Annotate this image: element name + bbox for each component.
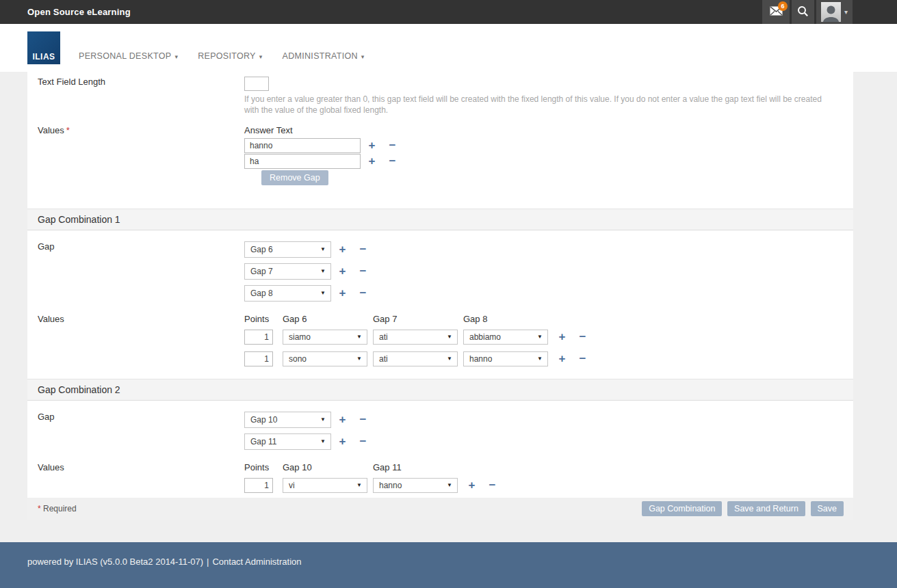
nav-item-administration[interactable]: ADMINISTRATION▾ bbox=[283, 51, 365, 72]
points-header: Points bbox=[244, 462, 283, 472]
mail-button[interactable]: 6 bbox=[762, 0, 790, 24]
select-arrow-icon: ▼ bbox=[537, 356, 543, 362]
add-gap-icon[interactable]: + bbox=[338, 436, 347, 447]
form-panel: Text Field Length If you enter a value g… bbox=[27, 72, 853, 520]
select-arrow-icon: ▼ bbox=[447, 356, 452, 362]
value-select[interactable]: siamo▼ bbox=[283, 330, 367, 345]
gap-selects-row: Gap Gap 10▼ + − Gap 11▼ + − bbox=[27, 401, 853, 455]
select-arrow-icon: ▼ bbox=[320, 416, 326, 423]
topbar-icon-group: 6 bbox=[760, 0, 853, 24]
caret-down-icon: ▾ bbox=[361, 53, 365, 60]
answer-text-header: Answer Text bbox=[244, 125, 397, 135]
select-arrow-icon: ▼ bbox=[447, 482, 452, 488]
text-field-length-label: Text Field Length bbox=[27, 77, 244, 116]
value-row: sono▼ ati▼ hanno▼ + − bbox=[244, 351, 587, 366]
value-select[interactable]: ati▼ bbox=[373, 351, 458, 366]
add-value-row-icon[interactable]: + bbox=[558, 353, 567, 364]
answer-input[interactable] bbox=[244, 154, 361, 169]
add-gap-icon[interactable]: + bbox=[338, 243, 347, 255]
required-asterisk: * bbox=[38, 504, 41, 513]
answer-row: + − bbox=[244, 154, 397, 169]
remove-gap-icon[interactable]: − bbox=[359, 265, 367, 277]
nav-item-personal-desktop[interactable]: PERSONAL DESKTOP▾ bbox=[79, 51, 178, 72]
remove-gap-icon[interactable]: − bbox=[359, 436, 367, 447]
points-input[interactable] bbox=[244, 478, 273, 493]
remove-answer-icon[interactable]: − bbox=[388, 139, 397, 151]
remove-value-row-icon[interactable]: − bbox=[488, 479, 497, 491]
gap-select[interactable]: Gap 6▼ bbox=[244, 241, 331, 258]
caret-down-icon: ▾ bbox=[844, 8, 848, 16]
points-input[interactable] bbox=[244, 330, 273, 345]
ilias-logo[interactable]: ILIAS bbox=[27, 31, 60, 64]
select-arrow-icon: ▼ bbox=[356, 482, 362, 488]
gap-label: Gap bbox=[27, 412, 244, 455]
add-gap-icon[interactable]: + bbox=[338, 414, 347, 425]
points-header: Points bbox=[244, 314, 283, 324]
save-and-return-button[interactable]: Save and Return bbox=[727, 501, 805, 516]
gap-selects-row: Gap Gap 6▼ + − Gap 7▼ + − Gap 8▼ + − bbox=[27, 230, 853, 307]
value-column-header: Gap 7 bbox=[373, 314, 463, 324]
value-column-header: Gap 8 bbox=[463, 314, 554, 324]
gap-combination-button[interactable]: Gap Combination bbox=[642, 501, 722, 516]
save-button[interactable]: Save bbox=[811, 501, 844, 516]
add-value-row-icon[interactable]: + bbox=[467, 479, 476, 491]
value-select[interactable]: hanno▼ bbox=[463, 351, 548, 366]
values-table-header: Points Gap 6 Gap 7 Gap 8 bbox=[244, 314, 587, 324]
value-row: siamo▼ ati▼ abbiamo▼ + − bbox=[244, 330, 587, 345]
caret-down-icon: ▾ bbox=[259, 53, 263, 60]
user-menu-button[interactable]: ▾ bbox=[816, 0, 853, 24]
mail-count-badge: 6 bbox=[778, 1, 788, 11]
footer-separator: | bbox=[207, 557, 209, 567]
search-icon bbox=[797, 5, 809, 19]
required-note: * Required bbox=[38, 504, 77, 513]
avatar bbox=[821, 2, 841, 22]
values-table-header: Points Gap 10 Gap 11 bbox=[244, 462, 497, 472]
text-field-length-input[interactable] bbox=[244, 77, 269, 91]
select-arrow-icon: ▼ bbox=[356, 356, 362, 362]
remove-value-row-icon[interactable]: − bbox=[578, 353, 587, 364]
points-input[interactable] bbox=[244, 351, 273, 366]
required-asterisk: * bbox=[66, 125, 70, 135]
gap-select[interactable]: Gap 10▼ bbox=[244, 412, 331, 428]
value-select[interactable]: ati▼ bbox=[373, 330, 458, 345]
contact-administration-link[interactable]: Contact Administration bbox=[212, 557, 301, 567]
combination-values-row: Values Points Gap 6 Gap 7 Gap 8 siamo▼ a… bbox=[27, 314, 853, 373]
add-answer-icon[interactable]: + bbox=[367, 155, 376, 167]
remove-gap-icon[interactable]: − bbox=[359, 287, 367, 299]
add-gap-icon[interactable]: + bbox=[338, 287, 347, 299]
add-value-row-icon[interactable]: + bbox=[558, 331, 567, 343]
gap-select[interactable]: Gap 7▼ bbox=[244, 263, 331, 280]
gap-select[interactable]: Gap 11▼ bbox=[244, 433, 331, 450]
values-label: Values bbox=[27, 314, 244, 373]
answer-input[interactable] bbox=[244, 138, 361, 153]
value-column-header: Gap 11 bbox=[373, 462, 463, 472]
search-button[interactable] bbox=[792, 0, 814, 24]
select-arrow-icon: ▼ bbox=[320, 246, 326, 252]
command-buttons: Gap Combination Save and Return Save bbox=[639, 501, 844, 516]
remove-gap-icon[interactable]: − bbox=[359, 243, 367, 255]
value-select[interactable]: hanno▼ bbox=[373, 478, 458, 493]
add-answer-icon[interactable]: + bbox=[367, 139, 376, 151]
select-arrow-icon: ▼ bbox=[320, 438, 326, 444]
select-arrow-icon: ▼ bbox=[537, 334, 543, 340]
select-arrow-icon: ▼ bbox=[356, 334, 362, 340]
select-arrow-icon: ▼ bbox=[320, 290, 326, 296]
remove-gap-icon[interactable]: − bbox=[359, 414, 367, 425]
select-arrow-icon: ▼ bbox=[447, 334, 452, 340]
text-field-length-help: If you enter a value greater than 0, thi… bbox=[244, 94, 838, 116]
value-select[interactable]: abbiamo▼ bbox=[463, 330, 548, 345]
caret-down-icon: ▾ bbox=[174, 53, 178, 60]
remove-answer-icon[interactable]: − bbox=[388, 155, 397, 167]
remove-gap-button[interactable]: Remove Gap bbox=[261, 170, 328, 185]
add-gap-icon[interactable]: + bbox=[338, 265, 347, 277]
answer-row: + − bbox=[244, 138, 397, 153]
remove-value-row-icon[interactable]: − bbox=[578, 331, 587, 343]
nav-links: PERSONAL DESKTOP▾ REPOSITORY▾ ADMINISTRA… bbox=[79, 51, 385, 72]
value-select[interactable]: vi▼ bbox=[283, 478, 367, 493]
page-footer: powered by ILIAS (v5.0.0 Beta2 2014-11-0… bbox=[0, 542, 897, 588]
gap-combination-1-header: Gap Combination 1 bbox=[27, 209, 853, 230]
gap-select[interactable]: Gap 8▼ bbox=[244, 285, 331, 302]
nav-item-repository[interactable]: REPOSITORY▾ bbox=[198, 51, 262, 72]
value-select[interactable]: sono▼ bbox=[283, 351, 367, 366]
main-navbar: ILIAS PERSONAL DESKTOP▾ REPOSITORY▾ ADMI… bbox=[0, 24, 897, 72]
